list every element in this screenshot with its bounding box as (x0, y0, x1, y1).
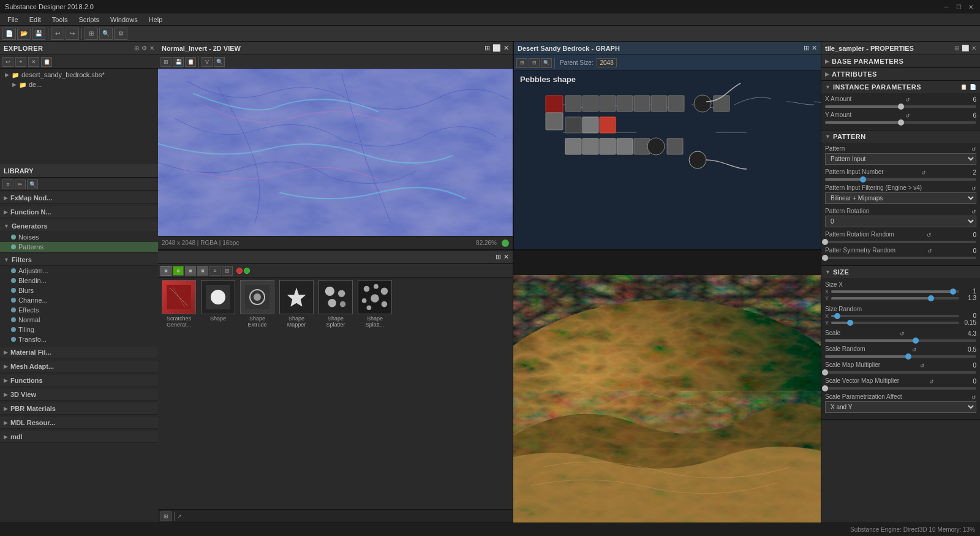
view2d-icon-1[interactable]: ⊞ (484, 44, 490, 52)
base-params-header[interactable]: ▶ BASE PARAMETERS (821, 55, 980, 67)
gnode-out2[interactable] (647, 138, 665, 155)
new-btn[interactable]: 📄 (2, 28, 16, 40)
sr-x-slider[interactable] (831, 315, 959, 317)
size-header[interactable]: ▼ Size (821, 266, 980, 278)
gnode-2f[interactable] (651, 96, 667, 111)
prr-reset[interactable]: ↺ (927, 232, 932, 238)
ab-tb3[interactable]: ■ (185, 266, 196, 276)
lib-item-transfo[interactable]: Transfo... (0, 334, 158, 344)
redo-btn[interactable]: ↪ (66, 28, 79, 40)
scale-reset[interactable]: ↺ (900, 331, 905, 337)
pattern-param-reset[interactable]: ↺ (971, 146, 976, 153)
explorer-icon-expand[interactable]: ⊞ (134, 45, 139, 51)
size-x-slider[interactable] (831, 290, 959, 293)
gnode-out1[interactable] (694, 95, 711, 112)
view-footer-circle[interactable] (502, 240, 509, 247)
sr-y-slider[interactable] (831, 322, 959, 324)
view2d-icon-2[interactable]: ⬜ (492, 44, 501, 52)
undo-btn[interactable]: ↩ (51, 28, 64, 40)
scaler-reset[interactable]: ↺ (912, 347, 917, 353)
lib-item-channe[interactable]: Channe... (0, 295, 158, 305)
svmm-slider[interactable] (825, 387, 976, 390)
gnode-2g[interactable] (668, 96, 684, 111)
gnode-2e[interactable] (634, 96, 650, 111)
lib-section-pbr-header[interactable]: ▶ PBR Materials (0, 403, 158, 415)
ab-tb8[interactable] (244, 268, 250, 274)
pin-reset[interactable]: ↺ (921, 170, 926, 176)
lib-item-blendin[interactable]: Blendin... (0, 276, 158, 285)
lib-item-patterns[interactable]: Patterns (0, 242, 158, 252)
scaler-thumb[interactable] (905, 353, 911, 360)
lib-item-normal[interactable]: Normal (0, 315, 158, 325)
tb4[interactable]: 🔍 (99, 28, 113, 40)
ab-tb4[interactable]: ■ (197, 266, 208, 276)
save-btn[interactable]: 💾 (32, 28, 45, 40)
explorer-item-root[interactable]: ▶ 📁 desert_sandy_bedrock.sbs* (0, 70, 158, 80)
asset-item-shape[interactable]: Shape (200, 280, 236, 507)
prr-slider[interactable] (825, 241, 976, 243)
scale-thumb[interactable] (913, 338, 919, 344)
exp-tb2[interactable]: + (15, 57, 26, 67)
asset-item-shape-splatter[interactable]: ShapeSplatter (317, 280, 354, 507)
v2d-tb1[interactable]: ⊞ (160, 57, 172, 67)
tb5[interactable]: ⚙ (114, 28, 127, 40)
pattern-header[interactable]: ▼ Pattern (821, 130, 980, 143)
maximize-btn[interactable]: ☐ (954, 2, 963, 11)
ab-tb7[interactable] (236, 268, 243, 274)
asset-item-scratches[interactable]: ScratchesGenerat... (160, 280, 197, 507)
gnode-2h[interactable] (714, 96, 729, 111)
y-amount-thumb[interactable] (898, 119, 904, 126)
gnode-3a[interactable] (565, 117, 581, 133)
gnode-1b[interactable] (546, 113, 563, 130)
menu-edit[interactable]: Edit (24, 15, 46, 25)
gnode-3c[interactable] (600, 117, 616, 133)
ab-icon-expand[interactable]: ⊞ (496, 253, 501, 261)
explorer-icon-close[interactable]: ✕ (149, 45, 154, 51)
lib-section-generators-header[interactable]: ▼ Generators (0, 221, 158, 232)
open-btn[interactable]: 📂 (17, 28, 31, 40)
lib-section-functions-header[interactable]: ▶ Function N... (0, 206, 158, 218)
ab-tb5[interactable]: ≡ (209, 266, 221, 276)
gt-btn2[interactable]: ⊟ (529, 58, 540, 68)
gnode-1[interactable] (546, 96, 563, 113)
rp-icon-1[interactable]: ⊞ (954, 45, 959, 51)
menu-scripts[interactable]: Scripts (74, 15, 104, 25)
gnode-2b[interactable] (582, 96, 598, 111)
explorer-item-sub[interactable]: ▶ 📁 de... (0, 80, 158, 89)
exp-tb4[interactable]: 📋 (41, 57, 52, 67)
gnode-4d[interactable] (617, 138, 633, 154)
minimize-btn[interactable]: ─ (942, 2, 951, 11)
gt-btn1[interactable]: ⊞ (516, 58, 527, 68)
lib-section-meshadapt-header[interactable]: ▶ Mesh Adapt... (0, 361, 158, 372)
lib-section-3dview-header[interactable]: ▶ 3D View (0, 389, 158, 401)
pif-select[interactable]: Bilinear + Mipmaps (825, 192, 976, 204)
v2d-tb3[interactable]: 📋 (185, 57, 196, 67)
pin-thumb[interactable] (860, 176, 866, 183)
explorer-icon-settings[interactable]: ⚙ (141, 45, 147, 51)
spa-reset[interactable]: ↺ (971, 394, 976, 401)
pif-reset[interactable]: ↺ (971, 186, 976, 192)
lib-section-functions2-header[interactable]: ▶ Functions (0, 375, 158, 387)
lib-item-adjustm[interactable]: Adjustm... (0, 266, 158, 276)
gnode-4a[interactable] (565, 138, 581, 154)
gnode-2c[interactable] (600, 96, 616, 111)
menu-tools[interactable]: Tools (47, 15, 73, 25)
size-y-slider[interactable] (831, 297, 959, 300)
parent-size-value[interactable]: 2048 (597, 58, 616, 67)
attributes-header[interactable]: ▶ ATTRIBUTES (821, 68, 980, 80)
pattern-select[interactable]: Pattern Input (825, 153, 976, 165)
asset-item-shape-extrude[interactable]: ShapeExtrude (239, 280, 276, 507)
sr-y-thumb[interactable] (847, 320, 853, 326)
lib-item-tiling[interactable]: Tiling (0, 325, 158, 334)
gnode-out3[interactable] (689, 151, 706, 168)
gnode-4c[interactable] (600, 138, 616, 154)
scaler-slider[interactable] (825, 355, 976, 358)
y-amount-reset[interactable]: ↺ (905, 113, 910, 119)
lib-tb1[interactable]: ≡ (2, 179, 13, 189)
x-amount-slider[interactable] (825, 105, 976, 108)
scale-slider[interactable] (825, 339, 976, 342)
psr-reset[interactable]: ↺ (927, 248, 932, 254)
gnode-2a[interactable] (565, 96, 581, 111)
ab-tb1[interactable]: ■ (160, 266, 172, 276)
lib-section-mdl-header[interactable]: ▶ mdl (0, 431, 158, 443)
